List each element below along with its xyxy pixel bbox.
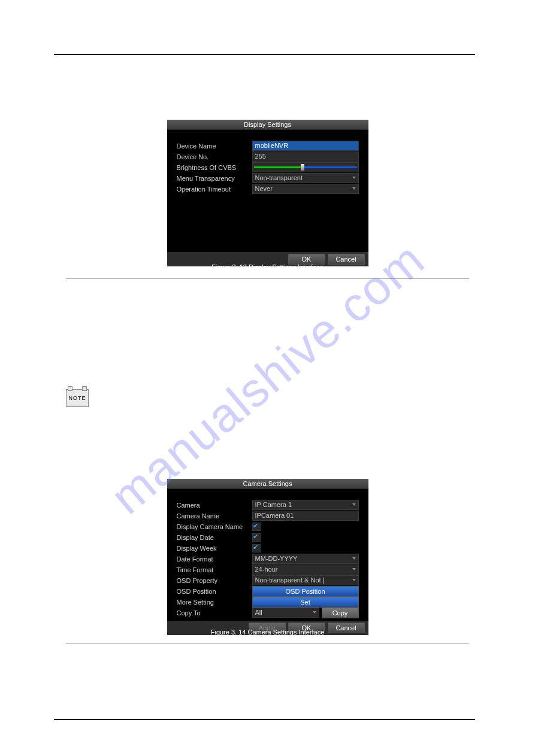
device-no-field[interactable]: 255 bbox=[252, 151, 359, 162]
time-format-dropdown[interactable]: 24-hour bbox=[252, 564, 359, 575]
figure-caption-2: Figure 3. 14 Camera Settings Interface bbox=[0, 629, 535, 636]
dialog-title: Camera Settings bbox=[167, 479, 368, 489]
transparency-label: Menu Transparency bbox=[177, 175, 252, 182]
copy-to-label: Copy To bbox=[177, 609, 252, 617]
slider-track-left bbox=[254, 166, 301, 168]
date-format-dropdown[interactable]: MM-DD-YYYY bbox=[252, 554, 359, 564]
osd-position-button[interactable]: OSD Position bbox=[252, 586, 359, 597]
section-title: Camera Settings bbox=[91, 296, 162, 306]
camera-label: Camera bbox=[177, 502, 252, 509]
step-1: 1. Go to Menu > Other Settings > Camera. bbox=[66, 446, 469, 457]
brightness-slider[interactable] bbox=[252, 162, 359, 172]
display-week-checkbox[interactable] bbox=[252, 544, 261, 552]
display-date-checkbox[interactable] bbox=[252, 533, 261, 542]
osd-position-label: OSD Position bbox=[177, 588, 252, 595]
section-rule-1 bbox=[66, 278, 469, 279]
display-settings-dialog: Display Settings Device Name mobileNVR D… bbox=[167, 120, 368, 266]
dialog-title: Display Settings bbox=[167, 120, 368, 130]
brightness-label: Brightness Of CVBS bbox=[177, 164, 252, 171]
camera-dropdown[interactable]: IP Camera 1 bbox=[252, 500, 359, 510]
note-icon: NOTE bbox=[66, 389, 89, 407]
section-number: 3.4.2 bbox=[66, 296, 86, 306]
camera-settings-dialog: Camera Settings Camera IP Camera 1 Camer… bbox=[167, 479, 368, 635]
device-name-label: Device Name bbox=[177, 142, 252, 150]
steps-heading: Steps: bbox=[66, 431, 469, 442]
copy-to-dropdown[interactable]: All bbox=[252, 608, 319, 618]
slider-track-right bbox=[304, 166, 357, 168]
figure-caption-1: Figure 3. 13 Display Settings Interface bbox=[0, 263, 535, 271]
copy-button[interactable]: Copy bbox=[322, 608, 359, 618]
header-rule bbox=[54, 54, 475, 55]
date-format-label: Date Format bbox=[177, 555, 252, 563]
page: manualshive.com Mobile NVR User Manual 6… bbox=[0, 0, 535, 756]
osd-property-dropdown[interactable]: Non-transparent & Not | bbox=[252, 575, 359, 585]
section-rule-2 bbox=[66, 643, 469, 644]
display-date-label: Display Date bbox=[177, 534, 252, 541]
camera-name-label: Camera Name bbox=[177, 512, 252, 520]
section-heading: 3.4.2 Camera Settings bbox=[66, 296, 162, 306]
page-number: 68 bbox=[467, 30, 475, 39]
device-name-field[interactable]: mobileNVR bbox=[252, 141, 359, 151]
set-button[interactable]: Set bbox=[252, 597, 359, 608]
intro-step: 2. Enter the Display interface to edit t… bbox=[66, 102, 469, 111]
time-format-label: Time Format bbox=[177, 566, 252, 573]
display-week-label: Display Week bbox=[177, 545, 252, 552]
transparency-dropdown[interactable]: Non-transparent bbox=[252, 173, 359, 183]
camera-name-field[interactable]: IPCamera 01 bbox=[252, 511, 359, 521]
slider-thumb[interactable] bbox=[301, 164, 304, 171]
dialog-body: Camera IP Camera 1 Camera Name IPCamera … bbox=[167, 489, 368, 635]
dialog-body: Device Name mobileNVR Device No. 255 Bri… bbox=[167, 130, 368, 266]
more-setting-label: More Setting bbox=[177, 599, 252, 606]
note-text: The IP camera must support the text over… bbox=[96, 389, 469, 411]
step-3: 3. Edit the parameters including camera … bbox=[66, 658, 469, 669]
step-2: 2. Select the camera for configuration. bbox=[66, 461, 469, 472]
display-camera-name-checkbox[interactable] bbox=[252, 523, 261, 531]
timeout-label: Operation Timeout bbox=[177, 186, 252, 193]
purpose-body: You can configure the OSD (On Screen Dis… bbox=[66, 338, 469, 349]
footer-rule bbox=[54, 719, 475, 720]
display-camera-name-label: Display Camera Name bbox=[177, 523, 252, 530]
doc-header-title: Mobile NVR User Manual bbox=[54, 30, 142, 39]
device-no-label: Device No. bbox=[177, 153, 252, 160]
timeout-dropdown[interactable]: Never bbox=[252, 184, 359, 194]
osd-property-label: OSD Property bbox=[177, 577, 252, 584]
purpose-heading: Purpose: bbox=[66, 323, 469, 334]
